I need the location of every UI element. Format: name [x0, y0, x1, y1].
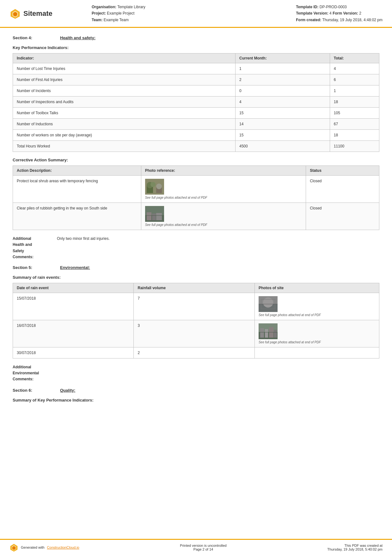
form-created-value: Thursday, 19 July 2018, 4:48:02 pm: [322, 18, 383, 22]
photo-caption: See full page photos attached at end of …: [145, 223, 302, 227]
form-created-label: Form created:: [296, 18, 321, 22]
section4-label: Section 4:: [13, 35, 51, 40]
org-value: Template Library: [117, 5, 145, 9]
kpi-cell-2: 1: [330, 85, 379, 97]
kpi-cell-0: Number of workers on site per day (avera…: [13, 130, 236, 141]
kpi-body: Number of Lost Time Injuries14Number of …: [13, 63, 379, 152]
svg-point-6: [150, 182, 156, 187]
rain-photo-thumb-2: [259, 323, 278, 339]
kpi-cell-1: 4500: [236, 141, 330, 152]
kpi-cell-2: 6: [330, 74, 379, 85]
svg-rect-23: [265, 329, 268, 338]
svg-rect-13: [156, 213, 162, 220]
rain-table: Date of rain event Rainfall volume Photo…: [13, 283, 379, 359]
rain-cell-date: 15/07/2018: [13, 293, 134, 320]
kpi-cell-0: Number of Inductions: [13, 119, 236, 130]
kpi-cell-2: 11100: [330, 141, 379, 152]
corrective-row: Protect local shrub areas with temporary…: [13, 176, 379, 203]
svg-rect-12: [152, 214, 156, 220]
sitemate-logo-icon: [9, 8, 21, 19]
photo-caption: See full page photos attached at end of …: [259, 340, 375, 344]
svg-point-8: [156, 184, 162, 189]
corrective-cell-status: Closed: [306, 203, 379, 230]
content: Section 4: Health and safety: Key Perfor…: [0, 28, 392, 539]
project-line: Project: Example Project: [92, 10, 145, 16]
project-label: Project:: [92, 11, 106, 16]
kpi-header-row: Indicator: Current Month: Total:: [13, 53, 379, 63]
page: Sitemate Organisation: Template Library …: [0, 0, 392, 555]
corrective-cell-photo: See full page photos attached at end of …: [141, 203, 306, 230]
kpi-row: Total Hours Worked450011100: [13, 141, 379, 152]
template-version-label: Template Version:: [296, 11, 329, 16]
section6-title: Quality:: [60, 388, 75, 393]
photo-cell: See full page photos attached at end of …: [259, 323, 375, 344]
corrective-header-row: Action Description: Photo reference: Sta…: [13, 166, 379, 176]
section4-heading: Section 4: Health and safety:: [13, 35, 379, 40]
header-meta: Organisation: Template Library Project: …: [73, 4, 383, 23]
rain-cell-photo: See full page photos attached at end of …: [254, 293, 379, 320]
footer-generated-text: Generated with: [21, 546, 45, 549]
kpi-cell-2: 18: [330, 130, 379, 141]
photo-caption: See full page photos attached at end of …: [145, 196, 302, 199]
svg-point-17: [263, 297, 273, 308]
svg-rect-11: [147, 212, 151, 220]
svg-rect-25: [274, 330, 277, 338]
footer: Generated with ConstructionCloud.io Prin…: [0, 539, 392, 555]
photo-caption: See full page photos attached at end of …: [259, 313, 375, 317]
corrective-cell-description: Protect local shrub areas with temporary…: [13, 176, 141, 203]
kpi-row: Number of Inspections and Audits418: [13, 97, 379, 108]
additional-env-label: AdditionalEnvironmentalComments:: [13, 364, 57, 383]
kpi-cell-2: 105: [330, 108, 379, 119]
kpi-cell-2: 4: [330, 63, 379, 74]
header: Sitemate Organisation: Template Library …: [0, 0, 392, 28]
footer-logo-area: Generated with ConstructionCloud.io: [9, 543, 79, 552]
rain-col-date: Date of rain event: [13, 283, 134, 293]
logo-area: Sitemate: [9, 8, 73, 19]
corrective-table: Action Description: Photo reference: Sta…: [13, 165, 379, 230]
template-version-line: Template Version: 4 Form Version: 2: [296, 10, 383, 16]
rain-col-photos: Photos of site: [254, 283, 379, 293]
kpi-cell-1: 4: [236, 97, 330, 108]
form-version-value: 2: [359, 11, 361, 16]
template-version-value: 4: [329, 11, 332, 16]
form-version-label: Form Version:: [333, 11, 359, 16]
corrective-cell-description: Clear piles of rubbish getting in the wa…: [13, 203, 141, 230]
rain-col-volume: Rainfall volume: [134, 283, 254, 293]
additional-hs-label: AdditionalHealth andSafetyComments:: [13, 236, 57, 260]
footer-print-note: Printed version is uncontrolled: [180, 544, 226, 547]
header-meta-left: Organisation: Template Library Project: …: [92, 4, 145, 23]
shrub-photo-thumb: [145, 179, 164, 195]
footer-link[interactable]: ConstructionCloud.io: [47, 546, 79, 549]
org-line: Organisation: Template Library: [92, 4, 145, 10]
additional-env-comments: AdditionalEnvironmentalComments:: [13, 364, 379, 383]
rain-body: 15/07/20187 See full page photos attache…: [13, 293, 379, 358]
corrective-cell-photo: See full page photos attached at end of …: [141, 176, 306, 203]
footer-logo-icon: [9, 543, 18, 552]
rain-cell-volume: 3: [134, 320, 254, 347]
kpi-cell-0: Number of First Aid Injuries: [13, 74, 236, 85]
corrective-heading: Corrective Action Summary:: [13, 158, 379, 162]
rain-photo-thumb-1: [259, 296, 278, 312]
corrective-col-description: Action Description:: [13, 166, 141, 176]
rain-cell-photo: See full page photos attached at end of …: [254, 320, 379, 347]
rain-heading: Summary of rain events:: [13, 275, 379, 280]
photo-cell: See full page photos attached at end of …: [145, 179, 302, 199]
rain-row: 15/07/20187 See full page photos attache…: [13, 293, 379, 320]
kpi-cell-1: 2: [236, 74, 330, 85]
kpi-table: Indicator: Current Month: Total: Number …: [13, 53, 379, 152]
footer-pdf-label: This PDF was created at: [327, 544, 383, 547]
footer-right: This PDF was created at Thursday, 19 Jul…: [327, 544, 383, 551]
kpi-cell-1: 0: [236, 85, 330, 97]
corrective-body: Protect local shrub areas with temporary…: [13, 176, 379, 230]
kpi-cell-2: 67: [330, 119, 379, 130]
kpi-col-total: Total:: [330, 53, 379, 63]
kpi-row: Number of Inductions1467: [13, 119, 379, 130]
form-created-line: Form created: Thursday, 19 July 2018, 4:…: [296, 17, 383, 23]
section5-title: Environmental:: [60, 265, 90, 270]
kpi-cell-1: 15: [236, 108, 330, 119]
rain-row: 30/07/20182: [13, 347, 379, 358]
kpi-cell-0: Number of Incidents: [13, 85, 236, 97]
corrective-col-photo: Photo reference:: [141, 166, 306, 176]
org-label: Organisation:: [92, 5, 116, 9]
header-meta-right: Template ID: DP-PROD-0003 Template Versi…: [296, 4, 383, 23]
